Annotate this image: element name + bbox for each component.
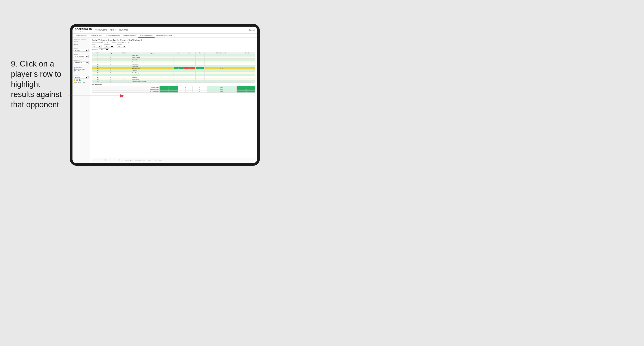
filter-conference: Conference (All)	[104, 44, 114, 48]
sidebar-division-label: Division	[74, 54, 89, 55]
table-row[interactable]: 12Haejo Hyun	[92, 65, 256, 67]
table-row[interactable]: 914Sharon Mun	[92, 61, 256, 63]
sidebar-player-title: Player	[74, 44, 89, 46]
toolbar-watch[interactable]: Watch ▾	[147, 159, 153, 161]
sidebar-player-rank-select[interactable]: 8. Katelyn Vo	[74, 61, 89, 64]
toolbar-forward[interactable]: ↻	[101, 159, 103, 161]
toolbar-view-original[interactable]: View: Original	[124, 159, 133, 161]
filter-region-select[interactable]: (All)	[92, 45, 102, 48]
toolbar-layout[interactable]: ⊞	[154, 159, 156, 161]
col-loss: Loss	[184, 52, 196, 54]
right-content: Katelyn Vo Head-to-Head Grid for Women's…	[90, 38, 257, 163]
filter-opponent-label: Opponent	[116, 44, 126, 45]
table-row[interactable]: 522Alexis Sudjianto	[92, 56, 256, 59]
legend-labels: Down Level Up	[74, 82, 89, 83]
radio-opponents-played-label: Opponents Played	[75, 68, 85, 70]
table-row[interactable]: 613Sydney Kuo	[92, 59, 256, 61]
nav-committee[interactable]: COMMITTEE	[118, 29, 128, 31]
sidebar-radio-top100[interactable]: Top 100	[74, 70, 89, 71]
sidebar-radio-opponents-played[interactable]: Opponents Played	[74, 68, 89, 70]
table-row[interactable]: 1474Eunice Yi	[92, 70, 256, 72]
legend-dots	[74, 79, 89, 81]
table-row[interactable]: 1691Jessica Mason	[92, 74, 256, 76]
toolbar-sep2: |	[122, 159, 122, 161]
data-table-wrap: # Div # Reg # Conf Opponent Win Loss Tie…	[92, 52, 256, 158]
out-of-div-table: Foreign Team1004.5002NAIA Division 11500…	[92, 86, 256, 93]
signout-button[interactable]: Sign out	[249, 29, 254, 31]
division-record: Division Record: 331 - 34 - 6	[112, 41, 129, 43]
sidebar-gender-select[interactable]: Women's	[74, 49, 89, 52]
toolbar-save-custom[interactable]: Save Custom View	[134, 159, 146, 161]
out-of-div-header: Out of division	[92, 84, 256, 85]
legend-label-down: Down	[74, 82, 77, 83]
legend-dot-up	[79, 79, 80, 81]
bottom-toolbar: ↶ ↷ ↻ ⎘ ✂ ⋯ | ↺ | View: Original Save Cu…	[92, 158, 256, 162]
table-row[interactable]: 1063Andrea York	[92, 63, 256, 65]
table-row[interactable]: 20117Federica Domecq Lacroze	[92, 80, 256, 83]
radio-top100-input[interactable]	[74, 70, 75, 71]
tablet-screen: SCOREBOARD Powered by clippi TOURNAMENTS…	[72, 27, 257, 163]
tablet-frame: SCOREBOARD Powered by clippi TOURNAMENTS…	[70, 24, 260, 166]
filter-section: Region (All) Conference (All) Opponent	[92, 44, 256, 48]
col-opponent: Opponent	[131, 52, 174, 54]
toolbar-share[interactable]: Share	[158, 159, 162, 161]
sidebar-player-rank-label: Player (Rank)	[74, 60, 89, 61]
sub-nav: TEAM SUMMARY TEAM H2H GRID TEAM H2H HEAT…	[72, 33, 257, 38]
sidebar-division-select[interactable]: NCAA Division III	[74, 55, 89, 58]
sidebar-colour-label: Colour by	[74, 74, 89, 76]
filter-conference-select[interactable]: (All)	[104, 45, 114, 48]
nav-teams[interactable]: TEAMS	[110, 29, 116, 31]
nav-divider: |	[248, 29, 248, 31]
tab-team-h2h-heatmap[interactable]: TEAM H2H HEATMAP	[104, 33, 122, 38]
radio-opponents-played-input[interactable]	[74, 68, 75, 70]
out-div-row[interactable]: NCAA Division 25007.40010	[92, 90, 256, 93]
col-conf: # Conf	[117, 52, 131, 54]
legend-dot-level	[76, 79, 78, 81]
toolbar-cut[interactable]: ✂	[108, 159, 110, 161]
opponents-label: Opponents:	[92, 49, 98, 50]
step-annotation: 9. Click on a player's row to highlight …	[11, 59, 66, 110]
sidebar: Last Updated: 27/03/2024 16:55:38 Player…	[72, 38, 90, 163]
tab-player-h2h-grid[interactable]: PLAYER H2H GRID	[138, 33, 155, 38]
tab-team-h2h-grid[interactable]: TEAM H2H GRID	[89, 33, 104, 38]
toolbar-redo[interactable]: ↷	[97, 159, 100, 161]
col-tie: Tie	[196, 52, 204, 54]
filter-region-label: Region	[92, 44, 102, 45]
toolbar-copy[interactable]: ⎘	[104, 159, 107, 161]
col-rounds: Rounds	[239, 52, 256, 54]
table-row[interactable]: 31Esther Lee	[92, 54, 256, 56]
col-reg: # Reg	[104, 52, 117, 54]
table-row[interactable]: 1311Jessica Huang010-3.002	[92, 67, 256, 70]
nav-links: TOURNAMENTS TEAMS COMMITTEE	[96, 29, 248, 31]
filter-opponent: Opponent (All)	[116, 44, 126, 48]
tab-team-summary[interactable]: TEAM SUMMARY	[74, 33, 89, 38]
sidebar-opponent-view-label: Opponent view	[74, 67, 89, 68]
sidebar-colour-select[interactable]: Win/loss	[74, 76, 89, 78]
record-row: Overall Record: 353 - 34 - 6 Division Re…	[92, 41, 256, 43]
tab-player-h2h-heatmap[interactable]: PLAYER H2H HEATMAP	[154, 33, 174, 38]
toolbar-more[interactable]: ⋯	[112, 159, 114, 161]
legend-dot-down	[74, 79, 75, 81]
opponents-select[interactable]: (All)	[99, 48, 109, 51]
out-div-row[interactable]: NAIA Division 115009.26730	[92, 88, 256, 90]
table-row[interactable]: 1585Stella Chang	[92, 72, 256, 74]
sidebar-timestamp: Last Updated: 27/03/2024 16:55:38	[74, 39, 89, 42]
filter-opponent-select[interactable]: (All)	[116, 45, 126, 48]
opponents-filter-row: Opponents: (All)	[92, 48, 256, 51]
filter-region: Region (All)	[92, 44, 102, 48]
col-div: # Div	[92, 52, 104, 54]
overall-record: Overall Record: 353 - 34 - 6	[92, 41, 108, 43]
nav-tournaments[interactable]: TOURNAMENTS	[96, 29, 107, 31]
table-row[interactable]: 19106Emily Chang	[92, 78, 256, 80]
radio-top100-label: Top 100	[75, 70, 80, 71]
out-div-row[interactable]: Foreign Team1004.5002	[92, 86, 256, 88]
legend-label-level: Level	[78, 82, 82, 83]
col-diff: Diff Av Strokes/Rnd	[204, 52, 239, 54]
tab-player-summary[interactable]: PLAYER SUMMARY	[122, 33, 138, 38]
h2h-table: # Div # Reg # Conf Opponent Win Loss Tie…	[92, 52, 256, 83]
logo-sub: Powered by clippi	[75, 30, 92, 32]
table-row[interactable]: 1822Euna Lee	[92, 76, 256, 78]
logo-area: SCOREBOARD Powered by clippi	[75, 28, 92, 32]
toolbar-refresh[interactable]: ↺	[118, 159, 120, 161]
toolbar-undo[interactable]: ↶	[94, 159, 96, 161]
